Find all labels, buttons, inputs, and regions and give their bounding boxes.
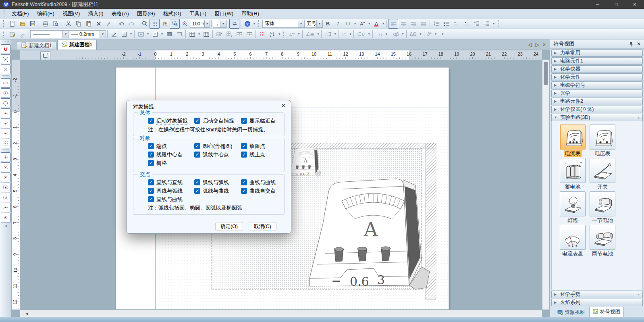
menu-item-4[interactable]: 表格(A) [108, 9, 133, 19]
checkbox-checked-icon[interactable]: ✓ [148, 152, 154, 158]
math-symbol-3-dropdown-icon[interactable]: ▾ [348, 32, 352, 36]
line-width-combo-dropdown-icon[interactable]: ▾ [100, 31, 106, 38]
underline-dropdown-icon[interactable]: ▾ [353, 22, 357, 25]
font-color-dropdown-icon[interactable]: ▾ [381, 22, 385, 25]
line-style-combo-dropdown-icon[interactable]: ▾ [62, 31, 69, 38]
checkbox-checked-icon[interactable]: ✓ [194, 188, 200, 194]
eraser-button[interactable] [17, 29, 27, 39]
text-frame-button[interactable] [150, 29, 160, 39]
snap-option-0-2[interactable]: ✓显示临近点 [241, 116, 286, 125]
zoom-tool-button[interactable] [139, 19, 150, 29]
line-color-button[interactable] [109, 29, 119, 39]
recent-symbol-combo[interactable]: ，▾ [213, 20, 226, 28]
menu-item-6[interactable]: 格式(O) [159, 9, 185, 19]
font-color-button[interactable]: A [371, 19, 381, 29]
prev-tab-icon[interactable]: ◁ [528, 42, 532, 48]
zoom-level-combo-dropdown-icon[interactable]: ▾ [204, 20, 210, 27]
snap-option-2-2[interactable]: ✓曲线与曲线 [241, 178, 286, 187]
copy-button[interactable] [73, 19, 83, 29]
checkbox-checked-icon[interactable]: ✓ [241, 118, 247, 124]
math-symbol-1-dropdown-icon[interactable]: ▾ [316, 32, 320, 36]
symbol-icon-box[interactable]: −+ [560, 158, 586, 183]
checkbox-checked-icon[interactable]: ✓ [148, 160, 154, 166]
math-symbol-8-button[interactable]: ∂° [426, 29, 434, 39]
insert-table-button[interactable] [187, 29, 197, 39]
arc-midpoint-snap-button[interactable] [1, 118, 10, 128]
draw-table-button[interactable] [7, 29, 17, 39]
quadrant-snap-button[interactable] [1, 98, 10, 108]
math-symbol-1-button[interactable]: ∠≅ [304, 29, 316, 39]
checkbox-checked-icon[interactable]: ✓ [241, 188, 247, 194]
math-symbol-2-button[interactable]: ∴∃ [323, 29, 333, 39]
arc-arc-intersection-button[interactable] [1, 183, 10, 192]
endpoint-snap-button[interactable] [1, 78, 10, 88]
snap-option-1-6[interactable]: ✓栅格 [148, 159, 194, 167]
checkbox-checked-icon[interactable]: ✓ [194, 152, 200, 158]
math-symbol-0-button[interactable]: ±= [287, 29, 297, 39]
table-style-button[interactable] [201, 29, 211, 39]
grid-display-button[interactable] [257, 29, 267, 39]
math-symbol-7-dropdown-icon[interactable]: ▾ [419, 32, 423, 36]
category-item-3[interactable]: ▶化学元件 [551, 73, 643, 81]
math-symbol-6-button[interactable]: αβ [391, 29, 401, 39]
close-tab-icon[interactable]: × [543, 42, 546, 48]
document-tab-1[interactable]: 新建图档1 [57, 40, 97, 50]
sort-button[interactable]: AZ [267, 29, 277, 39]
sort-dropdown-icon[interactable]: ▾ [277, 32, 281, 36]
menu-item-3[interactable]: 插入(I) [84, 9, 107, 19]
print-preview-button[interactable] [50, 19, 60, 29]
math-symbol-6-dropdown-icon[interactable]: ▾ [401, 32, 405, 36]
undo-button[interactable] [116, 19, 127, 29]
category-bottom-item-1[interactable]: ▶火焰系列 [551, 299, 643, 306]
italic-button[interactable]: I [333, 19, 343, 29]
borders-button[interactable] [119, 29, 129, 39]
symbol-icon-box[interactable] [560, 191, 586, 216]
document-tab-0[interactable]: 新建文档1 [17, 41, 56, 50]
shading-dark-button[interactable] [164, 29, 174, 39]
fill-style-dropdown-icon[interactable]: ▾ [146, 32, 150, 36]
category-bottom-item-0[interactable]: ▶化学手势▼ [551, 291, 643, 298]
menu-item-7[interactable]: 工具(T) [185, 9, 210, 19]
snap-option-1-5[interactable]: ✓线上点 [241, 150, 286, 159]
grid-toggle-button[interactable] [150, 19, 160, 29]
font-family-combo[interactable]: 宋体▾ [262, 20, 304, 28]
minimize-button[interactable]: ─ [588, 0, 607, 9]
delete-button[interactable] [93, 19, 104, 29]
close-button[interactable]: ✕ [625, 0, 644, 9]
checkbox-checked-icon[interactable]: ✓ [148, 143, 154, 149]
decrease-indent-button[interactable] [451, 19, 461, 29]
line-width-combo[interactable]: 0.2mm▾ [69, 30, 106, 38]
bullet-list-button[interactable] [441, 19, 451, 29]
redo-button[interactable] [127, 19, 137, 29]
line-style-combo[interactable]: ▾ [30, 30, 69, 38]
zoom-level-combo[interactable]: 100 %▾ [190, 20, 210, 28]
origin-button[interactable]: xy [40, 51, 50, 60]
scroll-down-icon[interactable]: ▼ [635, 291, 642, 297]
object-snap-toggle-button[interactable] [1, 44, 10, 54]
checkbox-checked-icon[interactable]: ✓ [241, 152, 247, 158]
char-scale-dropdown-icon[interactable]: ▾ [367, 22, 371, 25]
underline-button[interactable]: U [343, 19, 353, 29]
snap-option-2-0[interactable]: ✓直线与直线 [148, 178, 194, 187]
checkbox-checked-icon[interactable]: ✓ [194, 143, 200, 149]
recent-symbol-combo-dropdown-icon[interactable]: ▾ [220, 20, 226, 27]
math-symbol-4-button[interactable]: ∈∪ [355, 29, 367, 39]
line-arc-intersection-button[interactable] [1, 162, 10, 172]
new-document-button[interactable] [7, 19, 17, 29]
category-item-7[interactable]: ▶化学仪器(立体) [551, 106, 643, 113]
insert-column-button[interactable] [224, 29, 234, 39]
snap-option-1-2[interactable]: ✓象限点 [241, 142, 286, 150]
category-item-4[interactable]: ▶电磁学符号 [551, 81, 643, 89]
help-button[interactable]: ? [242, 19, 252, 29]
pan-tool-button[interactable] [160, 19, 170, 29]
line-curve-intersection-button[interactable] [1, 172, 10, 182]
symbol-item-5[interactable]: 一节电池 [588, 191, 617, 225]
text-frame-dropdown-icon[interactable]: ▾ [160, 32, 164, 36]
menu-item-2[interactable]: 视图(V) [58, 9, 84, 19]
category-item-1[interactable]: ▶电路元件1 [551, 57, 643, 65]
category-item-5[interactable]: ▶光学 [551, 89, 643, 97]
category-item-0[interactable]: ▶力学常用 [551, 49, 643, 57]
math-symbol-4-dropdown-icon[interactable]: ▾ [367, 32, 371, 36]
snap-option-2-4[interactable]: ✓弧线与曲线 [194, 187, 241, 195]
intersection-snap-toggle-button[interactable] [1, 54, 10, 64]
